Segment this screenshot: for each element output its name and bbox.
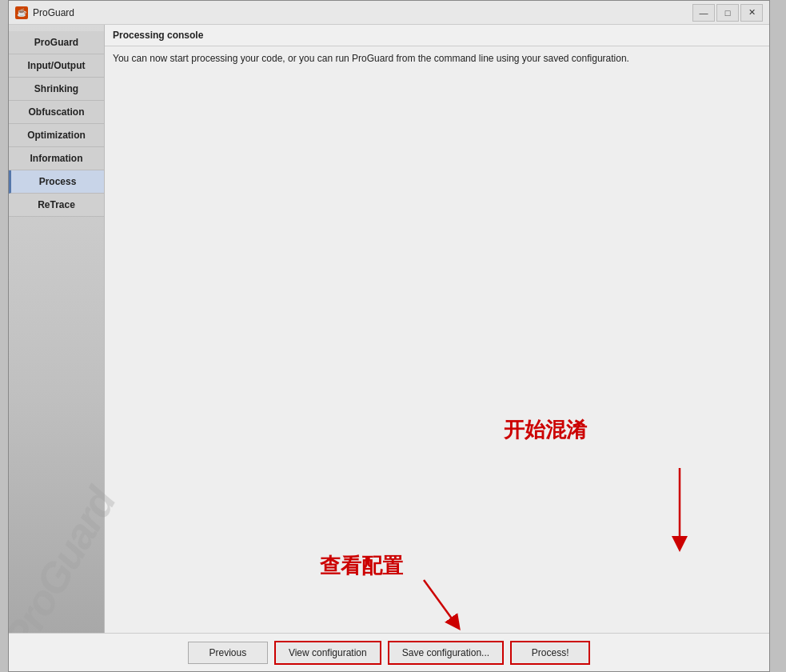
window-title: ProGuard — [33, 7, 692, 18]
sidebar-item-process[interactable]: Process — [9, 170, 104, 194]
maximize-button[interactable]: □ — [716, 4, 739, 22]
view-configuration-button[interactable]: View configuration — [274, 641, 381, 665]
main-window: ☕ ProGuard — □ ✕ ProGuardInput/OutputShr… — [8, 0, 770, 672]
minimize-button[interactable]: — — [692, 4, 715, 22]
close-button[interactable]: ✕ — [740, 4, 763, 22]
sidebar-item-input-output[interactable]: Input/Output — [9, 54, 104, 78]
sidebar-item-information[interactable]: Information — [9, 147, 104, 170]
process-button[interactable]: Process! — [510, 641, 590, 665]
sidebar-watermark: ProGuard — [9, 554, 80, 633]
previous-button[interactable]: Previous — [188, 642, 268, 664]
save-configuration-button[interactable]: Save configuration... — [388, 641, 504, 665]
console-description: You can now start processing your code, … — [113, 53, 629, 64]
sidebar-item-shrinking[interactable]: Shrinking — [9, 78, 104, 101]
app-icon: ☕ — [15, 6, 28, 19]
title-bar: ☕ ProGuard — □ ✕ — [9, 1, 769, 25]
sidebar-item-optimization[interactable]: Optimization — [9, 124, 104, 147]
window-controls: — □ ✕ — [692, 4, 763, 22]
sidebar-item-proguard[interactable]: ProGuard — [9, 31, 104, 54]
console-header: Processing console — [105, 25, 769, 46]
sidebar-nav: ProGuardInput/OutputShrinkingObfuscation… — [9, 25, 104, 217]
footer: PreviousView configurationSave configura… — [9, 633, 769, 671]
sidebar-item-retrace[interactable]: ReTrace — [9, 194, 104, 217]
console-body: You can now start processing your code, … — [105, 46, 769, 633]
sidebar-item-obfuscation[interactable]: Obfuscation — [9, 101, 104, 124]
main-content: ProGuardInput/OutputShrinkingObfuscation… — [9, 25, 769, 633]
console-area: Processing console You can now start pro… — [105, 25, 769, 633]
sidebar: ProGuardInput/OutputShrinkingObfuscation… — [9, 25, 105, 633]
